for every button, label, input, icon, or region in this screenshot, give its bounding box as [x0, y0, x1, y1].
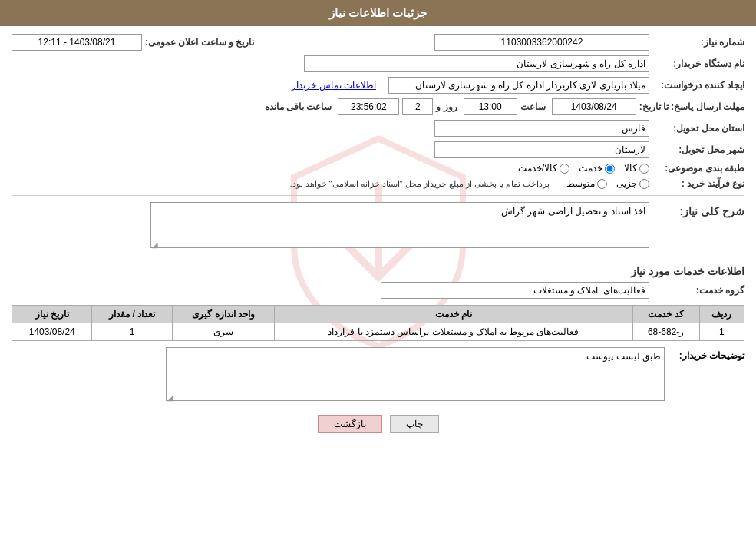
creator-label: ایجاد کننده درخواست: — [652, 80, 744, 91]
col-header-code: کد خدمت — [632, 306, 699, 323]
deadline-row: مهلت ارسال پاسخ: تا تاریخ: ساعت روز و سا… — [12, 98, 744, 115]
table-row: 1 ر-682-68 فعالیت‌های مربوط به املاک و م… — [12, 323, 744, 341]
deadline-date-input[interactable] — [552, 98, 636, 115]
service-group-input[interactable] — [381, 282, 649, 299]
creator-row: ایجاد کننده درخواست: اطلاعات تماس خریدار — [12, 77, 744, 94]
buyer-notes-label: توضیحات خریدار: — [668, 347, 744, 361]
page-title: جزئیات اطلاعات نیاز — [329, 6, 427, 19]
city-row: شهر محل تحویل: — [12, 141, 744, 158]
services-table: ردیف کد خدمت نام خدمت واحد اندازه گیری ت… — [12, 305, 744, 341]
category-option-khedmat[interactable]: خدمت — [579, 163, 615, 174]
announce-date-input[interactable] — [12, 34, 142, 51]
announce-date-label: تاریخ و ساعت اعلان عمومی: — [145, 37, 254, 48]
description-textarea[interactable]: اخذ اسناد و تحصیل اراضی شهر گراش — [150, 202, 649, 248]
need-number-input[interactable] — [434, 34, 649, 51]
buttons-row: چاپ بازگشت — [12, 415, 744, 433]
description-wrapper: اخذ اسناد و تحصیل اراضی شهر گراش ◢ — [150, 202, 649, 250]
print-button[interactable]: چاپ — [390, 415, 439, 433]
buyer-notes-wrapper: طبق لیست پیوست ◢ — [166, 347, 665, 403]
col-header-name: نام خدمت — [275, 306, 632, 323]
service-group-row: گروه خدمت: — [12, 282, 744, 299]
buyer-name-row: نام دستگاه خریدار: — [12, 55, 744, 72]
cell-code: ر-682-68 — [632, 323, 699, 341]
purchase-option-jozi[interactable]: جزیی — [616, 178, 649, 189]
description-label: شرح کلی نیاز: — [652, 202, 744, 217]
city-label: شهر محل تحویل: — [652, 144, 744, 155]
purchase-type-row: نوع فرآیند خرید : جزیی متوسط پرداخت تمام… — [12, 178, 744, 189]
deadline-remaining-label: ساعت باقی مانده — [265, 101, 332, 112]
cell-date: 1403/08/24 — [12, 323, 92, 341]
purchase-radio-group: جزیی متوسط — [566, 178, 649, 189]
resize-icon: ◢ — [152, 240, 158, 249]
services-section-title: اطلاعات خدمات مورد نیاز — [12, 265, 744, 277]
category-label: طبقه بندی موضوعی: — [652, 163, 744, 174]
service-group-label: گروه خدمت: — [652, 285, 744, 296]
need-number-label: شماره نیاز: — [652, 37, 744, 48]
col-header-date: تاریخ نیاز — [12, 306, 92, 323]
buyer-name-label: نام دستگاه خریدار: — [652, 58, 744, 69]
need-number-row: شماره نیاز: تاریخ و ساعت اعلان عمومی: — [12, 34, 744, 51]
category-radio-group: کالا خدمت کالا/خدمت — [518, 163, 649, 174]
description-section: شرح کلی نیاز: اخذ اسناد و تحصیل اراضی شه… — [12, 202, 744, 250]
page-header: جزئیات اطلاعات نیاز — [0, 0, 756, 26]
contact-link[interactable]: اطلاعات تماس خریدار — [292, 80, 376, 91]
buyer-notes-textarea[interactable]: طبق لیست پیوست — [166, 347, 665, 401]
cell-unit: سری — [172, 323, 275, 341]
purchase-option-mota[interactable]: متوسط — [566, 178, 607, 189]
deadline-time-label: ساعت — [520, 101, 546, 112]
buyer-name-input[interactable] — [304, 55, 649, 72]
province-label: استان محل تحویل: — [652, 123, 744, 134]
deadline-remaining-input[interactable] — [338, 98, 399, 115]
deadline-day-label: روز و — [436, 101, 457, 112]
province-input[interactable] — [434, 120, 649, 137]
purchase-type-label: نوع فرآیند خرید : — [652, 178, 744, 189]
back-button[interactable]: بازگشت — [318, 415, 382, 433]
purchase-note: پرداخت تمام یا بخشی از مبلغ خریداز محل "… — [289, 179, 550, 189]
province-row: استان محل تحویل: — [12, 120, 744, 137]
buyer-notes-row: توضیحات خریدار: طبق لیست پیوست ◢ — [12, 347, 744, 403]
resize-icon-2: ◢ — [167, 393, 173, 402]
deadline-time-input[interactable] — [464, 98, 517, 115]
deadline-label: مهلت ارسال پاسخ: تا تاریخ: — [639, 101, 744, 112]
creator-input[interactable] — [388, 77, 649, 94]
deadline-days-input[interactable] — [402, 98, 433, 115]
category-option-kala-khedmat[interactable]: کالا/خدمت — [518, 163, 569, 174]
col-header-qty: تعداد / مقدار — [92, 306, 172, 323]
category-option-kala[interactable]: کالا — [624, 163, 649, 174]
cell-row: 1 — [699, 323, 744, 341]
cell-qty: 1 — [92, 323, 172, 341]
city-input[interactable] — [434, 141, 649, 158]
col-header-unit: واحد اندازه گیری — [172, 306, 275, 323]
category-row: طبقه بندی موضوعی: کالا خدمت کالا/خدمت — [12, 163, 744, 174]
col-header-row: ردیف — [699, 306, 744, 323]
cell-name: فعالیت‌های مربوط به املاک و مستغلات براس… — [275, 323, 632, 341]
